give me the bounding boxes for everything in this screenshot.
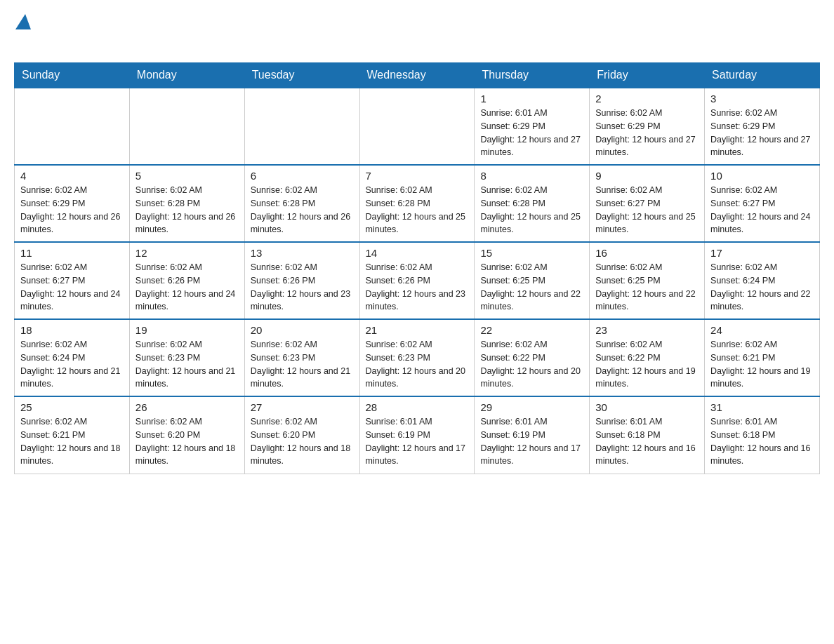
day-number: 1: [480, 93, 583, 105]
calendar-cell: [129, 88, 244, 165]
day-number: 24: [710, 324, 814, 336]
day-info: Sunrise: 6:02 AMSunset: 6:27 PMDaylight:…: [20, 261, 124, 314]
day-info: Sunrise: 6:02 AMSunset: 6:20 PMDaylight:…: [135, 415, 239, 468]
day-number: 30: [595, 401, 699, 413]
calendar-cell: 5Sunrise: 6:02 AMSunset: 6:28 PMDaylight…: [129, 165, 244, 242]
day-number: 11: [20, 247, 124, 259]
svg-marker-0: [15, 14, 31, 29]
calendar-cell: 10Sunrise: 6:02 AMSunset: 6:27 PMDayligh…: [705, 165, 820, 242]
column-header-monday: Monday: [129, 63, 244, 88]
calendar-week-1: 1Sunrise: 6:01 AMSunset: 6:29 PMDaylight…: [15, 88, 820, 165]
calendar-cell: 11Sunrise: 6:02 AMSunset: 6:27 PMDayligh…: [15, 242, 130, 319]
day-number: 29: [480, 401, 583, 413]
day-info: Sunrise: 6:02 AMSunset: 6:21 PMDaylight:…: [710, 338, 814, 391]
day-info: Sunrise: 6:01 AMSunset: 6:19 PMDaylight:…: [366, 415, 469, 468]
day-number: 20: [251, 324, 354, 336]
day-info: Sunrise: 6:02 AMSunset: 6:27 PMDaylight:…: [710, 184, 814, 236]
calendar-cell: 3Sunrise: 6:02 AMSunset: 6:29 PMDaylight…: [705, 88, 820, 165]
day-number: 13: [251, 247, 354, 259]
day-info: Sunrise: 6:02 AMSunset: 6:25 PMDaylight:…: [595, 261, 699, 314]
calendar-cell: 16Sunrise: 6:02 AMSunset: 6:25 PMDayligh…: [590, 242, 705, 319]
calendar-cell: 25Sunrise: 6:02 AMSunset: 6:21 PMDayligh…: [15, 396, 130, 474]
day-number: 7: [366, 170, 469, 182]
day-number: 12: [135, 247, 239, 259]
day-number: 23: [595, 324, 699, 336]
day-info: Sunrise: 6:02 AMSunset: 6:28 PMDaylight:…: [480, 184, 583, 236]
calendar-cell: 1Sunrise: 6:01 AMSunset: 6:29 PMDaylight…: [475, 88, 590, 165]
day-number: 22: [480, 324, 583, 336]
day-info: Sunrise: 6:02 AMSunset: 6:23 PMDaylight:…: [251, 338, 354, 391]
calendar-cell: 2Sunrise: 6:02 AMSunset: 6:29 PMDaylight…: [590, 88, 705, 165]
day-info: Sunrise: 6:02 AMSunset: 6:28 PMDaylight:…: [251, 184, 354, 236]
calendar-cell: 14Sunrise: 6:02 AMSunset: 6:26 PMDayligh…: [359, 242, 475, 319]
calendar-cell: 12Sunrise: 6:02 AMSunset: 6:26 PMDayligh…: [129, 242, 244, 319]
calendar-cell: 9Sunrise: 6:02 AMSunset: 6:27 PMDaylight…: [590, 165, 705, 242]
day-number: 16: [595, 247, 699, 259]
day-info: Sunrise: 6:02 AMSunset: 6:25 PMDaylight:…: [480, 261, 583, 314]
calendar-cell: 18Sunrise: 6:02 AMSunset: 6:24 PMDayligh…: [15, 319, 130, 396]
logo: [14, 14, 31, 51]
day-number: 28: [366, 401, 469, 413]
day-info: Sunrise: 6:02 AMSunset: 6:28 PMDaylight:…: [135, 184, 239, 236]
day-info: Sunrise: 6:02 AMSunset: 6:28 PMDaylight:…: [366, 184, 469, 236]
day-number: 25: [20, 401, 124, 413]
day-number: 17: [710, 247, 814, 259]
day-info: Sunrise: 6:01 AMSunset: 6:29 PMDaylight:…: [480, 107, 583, 159]
day-info: Sunrise: 6:02 AMSunset: 6:23 PMDaylight:…: [366, 338, 469, 391]
calendar-cell: [244, 88, 359, 165]
logo-triangle-icon: [15, 14, 31, 29]
calendar-cell: 31Sunrise: 6:01 AMSunset: 6:18 PMDayligh…: [705, 396, 820, 474]
calendar-cell: 8Sunrise: 6:02 AMSunset: 6:28 PMDaylight…: [475, 165, 590, 242]
calendar-cell: [359, 88, 475, 165]
day-info: Sunrise: 6:02 AMSunset: 6:29 PMDaylight:…: [710, 107, 814, 159]
day-number: 18: [20, 324, 124, 336]
day-number: 14: [366, 247, 469, 259]
day-info: Sunrise: 6:02 AMSunset: 6:22 PMDaylight:…: [595, 338, 699, 391]
calendar-cell: 7Sunrise: 6:02 AMSunset: 6:28 PMDaylight…: [359, 165, 475, 242]
day-number: 31: [710, 401, 814, 413]
day-number: 9: [595, 170, 699, 182]
day-info: Sunrise: 6:02 AMSunset: 6:26 PMDaylight:…: [251, 261, 354, 314]
day-info: Sunrise: 6:01 AMSunset: 6:18 PMDaylight:…: [595, 415, 699, 468]
calendar-cell: 20Sunrise: 6:02 AMSunset: 6:23 PMDayligh…: [244, 319, 359, 396]
day-info: Sunrise: 6:02 AMSunset: 6:20 PMDaylight:…: [251, 415, 354, 468]
calendar-week-4: 18Sunrise: 6:02 AMSunset: 6:24 PMDayligh…: [15, 319, 820, 396]
day-number: 15: [480, 247, 583, 259]
column-header-saturday: Saturday: [705, 63, 820, 88]
day-number: 19: [135, 324, 239, 336]
calendar-cell: 6Sunrise: 6:02 AMSunset: 6:28 PMDaylight…: [244, 165, 359, 242]
day-number: 27: [251, 401, 354, 413]
day-info: Sunrise: 6:02 AMSunset: 6:26 PMDaylight:…: [135, 261, 239, 314]
day-info: Sunrise: 6:02 AMSunset: 6:26 PMDaylight:…: [366, 261, 469, 314]
calendar-cell: 30Sunrise: 6:01 AMSunset: 6:18 PMDayligh…: [590, 396, 705, 474]
day-number: 8: [480, 170, 583, 182]
day-info: Sunrise: 6:01 AMSunset: 6:18 PMDaylight:…: [710, 415, 814, 468]
calendar-cell: 21Sunrise: 6:02 AMSunset: 6:23 PMDayligh…: [359, 319, 475, 396]
day-number: 21: [366, 324, 469, 336]
calendar-cell: 19Sunrise: 6:02 AMSunset: 6:23 PMDayligh…: [129, 319, 244, 396]
day-number: 26: [135, 401, 239, 413]
day-number: 4: [20, 170, 124, 182]
calendar-cell: 17Sunrise: 6:02 AMSunset: 6:24 PMDayligh…: [705, 242, 820, 319]
day-number: 10: [710, 170, 814, 182]
column-header-friday: Friday: [590, 63, 705, 88]
day-info: Sunrise: 6:02 AMSunset: 6:29 PMDaylight:…: [20, 184, 124, 236]
calendar-table: SundayMondayTuesdayWednesdayThursdayFrid…: [14, 62, 820, 474]
calendar-cell: 22Sunrise: 6:02 AMSunset: 6:22 PMDayligh…: [475, 319, 590, 396]
calendar-cell: 23Sunrise: 6:02 AMSunset: 6:22 PMDayligh…: [590, 319, 705, 396]
page-header: [14, 14, 820, 51]
column-header-wednesday: Wednesday: [359, 63, 475, 88]
calendar-cell: 4Sunrise: 6:02 AMSunset: 6:29 PMDaylight…: [15, 165, 130, 242]
column-header-tuesday: Tuesday: [244, 63, 359, 88]
calendar-cell: 26Sunrise: 6:02 AMSunset: 6:20 PMDayligh…: [129, 396, 244, 474]
day-number: 2: [595, 93, 699, 105]
day-info: Sunrise: 6:02 AMSunset: 6:21 PMDaylight:…: [20, 415, 124, 468]
calendar-cell: 28Sunrise: 6:01 AMSunset: 6:19 PMDayligh…: [359, 396, 475, 474]
day-info: Sunrise: 6:02 AMSunset: 6:24 PMDaylight:…: [20, 338, 124, 391]
calendar-cell: [15, 88, 130, 165]
day-info: Sunrise: 6:01 AMSunset: 6:19 PMDaylight:…: [480, 415, 583, 468]
calendar-week-5: 25Sunrise: 6:02 AMSunset: 6:21 PMDayligh…: [15, 396, 820, 474]
calendar-cell: 29Sunrise: 6:01 AMSunset: 6:19 PMDayligh…: [475, 396, 590, 474]
day-info: Sunrise: 6:02 AMSunset: 6:27 PMDaylight:…: [595, 184, 699, 236]
calendar-week-3: 11Sunrise: 6:02 AMSunset: 6:27 PMDayligh…: [15, 242, 820, 319]
